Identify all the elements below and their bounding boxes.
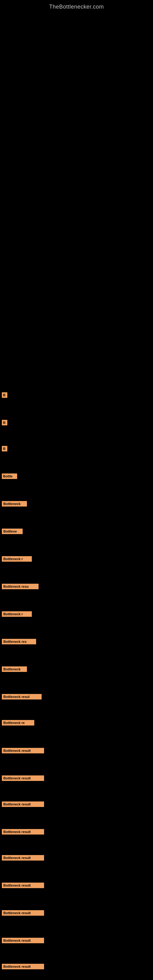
list-item: Bottleneck result	[1, 855, 44, 866]
bottleneck-result-label: Bottle	[2, 474, 17, 479]
bottleneck-result-label: Bottleneck result	[2, 748, 44, 753]
bottleneck-result-label: Bottleneck re	[2, 720, 34, 725]
bottleneck-result-label: B	[2, 420, 7, 425]
bottleneck-result-label: Bottleneck resul	[2, 694, 41, 700]
bottleneck-result-label: Bottleneck result	[2, 775, 44, 781]
list-item: Bottle	[1, 474, 17, 486]
list-item: Bottleneck result	[1, 882, 44, 894]
bottleneck-result-label: Bottlene	[2, 528, 22, 534]
list-item: Bottleneck r	[1, 611, 32, 624]
list-item: B	[1, 446, 7, 458]
list-item: Bottlene	[1, 528, 22, 541]
bottleneck-result-label: Bottleneck result	[2, 938, 44, 943]
bottleneck-result-label: Bottleneck r	[2, 611, 32, 617]
list-item: Bottleneck resu	[1, 584, 38, 596]
bottleneck-result-label: Bottleneck result	[2, 883, 44, 888]
list-item: Bottleneck result	[1, 910, 44, 921]
list-item: Bottleneck	[1, 501, 27, 513]
list-item: Bottleneck r	[1, 556, 32, 568]
bottleneck-result-label: B	[2, 446, 7, 452]
site-title: TheBottlenecker.com	[0, 0, 153, 13]
bottleneck-result-label: Bottleneck result	[2, 829, 44, 835]
bottleneck-result-label: Bottleneck	[2, 667, 27, 672]
bottleneck-result-label: Bottleneck resu	[2, 584, 38, 589]
bottleneck-result-label: Bottleneck result	[2, 910, 44, 916]
list-item: Bottleneck res	[1, 639, 36, 651]
list-item: Bottleneck resul	[1, 694, 41, 706]
list-item: B	[1, 392, 7, 404]
list-item: Bottleneck result	[1, 775, 44, 786]
list-item: Bottleneck result	[1, 829, 44, 840]
list-item: Bottleneck result	[1, 748, 44, 759]
list-item: Bottleneck result	[1, 937, 44, 949]
list-item: Bottleneck	[1, 667, 27, 679]
bottleneck-result-label: Bottleneck r	[2, 556, 32, 562]
list-item: Bottleneck result	[1, 801, 44, 813]
bottleneck-result-label: B	[2, 392, 7, 398]
list-item: Bottleneck re	[1, 720, 34, 732]
bottleneck-result-label: Bottleneck result	[2, 802, 44, 807]
bottleneck-result-label: Bottleneck	[2, 501, 27, 506]
bottleneck-result-label: Bottleneck res	[2, 639, 36, 644]
bottleneck-result-label: Bottleneck result	[2, 964, 44, 969]
list-item: Bottleneck result	[1, 964, 44, 975]
bottleneck-result-label: Bottleneck result	[2, 855, 44, 861]
list-item: B	[1, 420, 7, 432]
